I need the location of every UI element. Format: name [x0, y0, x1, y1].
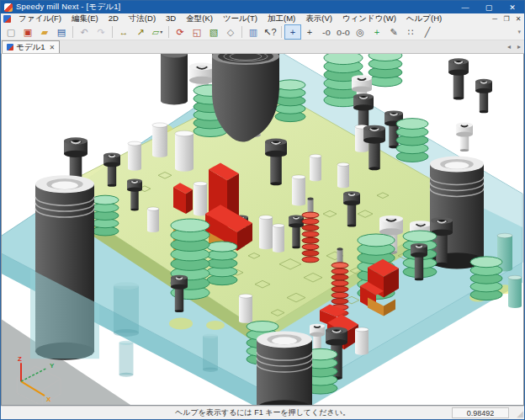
model-ghost-pin[interactable] [119, 343, 134, 375]
model-pin[interactable] [273, 249, 284, 253]
model-screw[interactable] [108, 184, 116, 187]
model-screw-head[interactable] [326, 339, 347, 346]
model-pin[interactable] [337, 184, 349, 188]
model-spring-coil[interactable] [331, 299, 348, 305]
document-icon[interactable] [3, 15, 11, 23]
dimension-plane-button[interactable]: ▱▾ [149, 24, 166, 40]
open-file-button[interactable]: ▰ [36, 24, 53, 40]
model-pin-top[interactable] [239, 294, 252, 298]
menu-item-dimension[interactable]: 寸法(D) [124, 13, 161, 23]
model-pin[interactable] [273, 226, 284, 251]
model-pin[interactable] [175, 134, 194, 169]
model-spring-coil[interactable] [331, 280, 348, 286]
menu-item-machining[interactable]: 加工(M) [262, 13, 300, 23]
anchor-point-button[interactable]: + [369, 24, 385, 40]
sketch-pencil-button[interactable]: ✎ [385, 24, 402, 40]
menu-item-2d[interactable]: 2D [103, 13, 124, 23]
model-spring-coil[interactable] [302, 225, 319, 231]
concentric-button[interactable]: ◎ [352, 24, 369, 40]
tab-scroll-right-button[interactable]: ▸ [514, 41, 524, 53]
model-pin[interactable] [161, 97, 188, 105]
model-pin[interactable] [508, 278, 522, 306]
model-pin-top[interactable] [355, 327, 369, 332]
model-pin[interactable] [292, 177, 305, 204]
model-screw[interactable] [347, 224, 356, 226]
model-screw[interactable] [175, 310, 183, 312]
dimension-linear-button[interactable]: ↔ [115, 24, 132, 40]
model-scene[interactable]: ZXY [2, 54, 523, 405]
model-spring-coil[interactable] [331, 286, 348, 292]
toolbar-overflow-icon[interactable]: ▾ [517, 29, 524, 35]
select-help-button[interactable]: ↖? [262, 24, 278, 40]
link-chain-button[interactable]: o-o [335, 24, 352, 40]
model-pin[interactable] [508, 304, 522, 308]
model-pin-top[interactable] [259, 215, 273, 220]
model-pin[interactable] [239, 319, 252, 323]
mdi-restore-button[interactable]: ❐ [501, 14, 512, 24]
model-screw[interactable] [270, 182, 282, 185]
model-pin[interactable] [128, 167, 141, 171]
menu-item-file[interactable]: ファイル(F) [13, 13, 66, 23]
save-file-button[interactable]: ▤ [53, 24, 70, 40]
model-pin[interactable] [147, 229, 159, 232]
model-screw-head[interactable] [289, 223, 304, 227]
mdi-minimize-button[interactable]: ─ [489, 14, 501, 24]
display-settings-button[interactable]: ▥ [245, 24, 262, 40]
mdi-close-button[interactable]: ✕ [512, 14, 524, 24]
minimize-button[interactable]: — [453, 1, 477, 13]
resize-grip[interactable]: ◢ [517, 409, 523, 419]
viewport-3d[interactable]: ZXY [1, 54, 524, 406]
model-screw-head[interactable] [265, 151, 287, 157]
model-ghost-pin[interactable] [114, 286, 139, 333]
model-spring-coil[interactable] [92, 195, 119, 205]
model-pin-top[interactable] [128, 141, 141, 146]
model-ghost-pin[interactable] [119, 341, 134, 345]
model-pin[interactable] [152, 153, 167, 157]
model-screw-head[interactable] [64, 151, 88, 157]
model-pin-top[interactable] [497, 233, 512, 237]
model-screw-head[interactable] [171, 284, 188, 290]
model-spring-coil[interactable] [302, 244, 319, 250]
maximize-button[interactable]: ▢ [477, 1, 501, 13]
model-screw-head[interactable] [127, 187, 142, 191]
pan-center-button[interactable]: + [284, 24, 301, 40]
model-pin[interactable] [239, 296, 252, 322]
model-pin-top[interactable] [152, 123, 167, 127]
model-spring-coil[interactable] [470, 257, 502, 268]
model-ghost-pin[interactable] [203, 336, 218, 369]
model-pin[interactable] [194, 212, 207, 216]
view-fit-button[interactable]: ◱ [188, 24, 205, 40]
model-spring-coil[interactable] [403, 231, 437, 242]
menu-item-mold[interactable]: 金型(K) [181, 13, 218, 23]
model-pin[interactable] [337, 164, 349, 186]
model-screw-head[interactable] [456, 132, 473, 137]
model-pin[interactable] [152, 125, 167, 156]
model-pin-top[interactable] [337, 162, 349, 166]
model-screw-head[interactable] [189, 77, 215, 84]
model-pin-top[interactable] [310, 154, 321, 157]
model-screw[interactable] [292, 247, 300, 249]
model-spring-coil[interactable] [207, 242, 237, 252]
model-pin[interactable] [259, 217, 273, 247]
model-pin[interactable] [194, 183, 207, 214]
model-pin[interactable] [355, 148, 369, 152]
model-spring-coil[interactable] [302, 212, 319, 218]
tab-model1[interactable]: モデル1✕ [2, 40, 60, 53]
link-horizontal-button[interactable]: -o [318, 24, 335, 40]
view-rotate-button[interactable]: ⟳ [172, 24, 188, 40]
model-spring-coil[interactable] [247, 321, 278, 332]
menu-item-window[interactable]: ウィンドウ(W) [337, 13, 401, 23]
tab-scroll-left-button[interactable]: ◂ [504, 41, 514, 53]
model-screw[interactable] [453, 97, 464, 100]
red-part-left-small[interactable] [186, 189, 193, 214]
model-pin[interactable] [175, 166, 194, 172]
model-pin-top[interactable] [194, 182, 207, 186]
snap-point-button[interactable]: + [301, 24, 318, 40]
model-screw[interactable] [415, 278, 423, 280]
model-spring-coil[interactable] [331, 274, 348, 280]
model-screw-head[interactable] [310, 332, 325, 337]
model-spring-coil[interactable] [331, 268, 348, 274]
model-pin-top[interactable] [337, 247, 343, 250]
model-spring-coil[interactable] [302, 231, 319, 237]
model-pin[interactable] [310, 178, 321, 181]
